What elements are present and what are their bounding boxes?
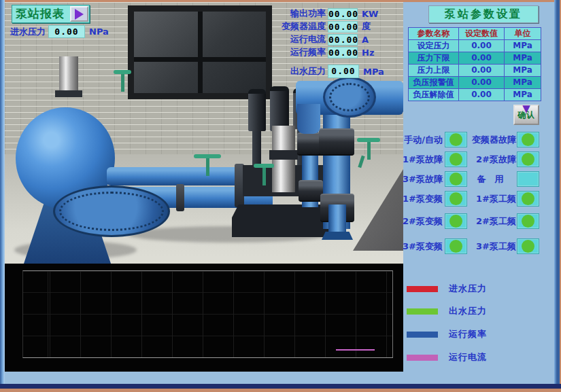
- lamp-icon: [522, 153, 534, 166]
- frame-left: [0, 0, 5, 392]
- confirm-button-label: 确认: [515, 111, 538, 119]
- indicator-pump2-mains: [517, 213, 539, 229]
- frame-bottom-edge: [0, 389, 561, 392]
- run-frequency-value: 00.00: [328, 47, 358, 58]
- param-unit: MPa: [505, 77, 541, 88]
- inlet-pressure-row: 进水压力 0.00 NPa: [10, 25, 109, 38]
- legend-color-current: [407, 355, 438, 361]
- lamp-icon: [522, 192, 534, 205]
- inlet-pressure-unit: NPa: [89, 26, 109, 37]
- valve-wall-stem: [121, 74, 124, 92]
- outlet-pressure-value: 0.00: [328, 65, 359, 78]
- param-setvalue-field[interactable]: 0.00: [459, 52, 505, 64]
- trend-chart: [5, 264, 403, 372]
- pipe-coupling-2: [299, 180, 323, 202]
- table-row: 压力上限 0.00 MPa: [409, 65, 541, 77]
- outlet-pressure-row: 出水压力 0.00 MPa: [274, 65, 384, 78]
- indicator-label-pump1-vfd: 1#泵变频: [391, 191, 443, 207]
- indicator-label-spare: 备 用: [464, 171, 516, 187]
- legend-label-frequency: 运行频率: [449, 328, 487, 340]
- param-name: 负压解除值: [409, 89, 459, 101]
- valve-3-stem: [367, 142, 371, 160]
- lamp-icon: [449, 133, 462, 146]
- param-unit: MPa: [505, 89, 541, 101]
- run-frequency-unit: Hz: [362, 48, 374, 58]
- indicator-label-pump1-mains: 1#泵工频: [464, 191, 516, 207]
- param-setvalue-field[interactable]: 0.00: [459, 65, 505, 76]
- pump-motor-1: [248, 89, 266, 131]
- window-mullion-horizontal: [134, 57, 266, 62]
- indicator-pump2-fault: [517, 152, 539, 167]
- indicator-label-pump1-fault: 1#泵故障: [391, 152, 443, 167]
- output-power-label: 输出功率: [274, 7, 326, 20]
- params-table-header: 参数名称 设定数值 单位: [409, 28, 541, 40]
- col-header-name: 参数名称: [409, 28, 459, 39]
- tank-top-collar: [55, 90, 82, 97]
- lamp-icon: [449, 240, 462, 253]
- window: [128, 5, 272, 99]
- legend-color-frequency: [407, 332, 438, 338]
- pump-chrome-band: [269, 150, 298, 160]
- vfd-temp-unit: 度: [362, 20, 371, 33]
- drop-pipe-foot: [322, 232, 353, 240]
- legend-run-current: 运行电流: [407, 351, 487, 363]
- indicator-label-pump2-fault: 2#泵故障: [464, 152, 516, 167]
- run-frequency-row: 运行频率 00.00 Hz: [274, 46, 374, 58]
- frame-right: [554, 0, 561, 392]
- drop-pipe: [328, 204, 346, 236]
- indicator-label-pump3-vfd: 3#泵变频: [391, 238, 443, 254]
- hmi-screen: 泵站报表 进水压力 0.00 NPa 输出功率 00.00 KW 变频器温度 0…: [0, 0, 561, 392]
- legend-run-frequency: 运行频率: [407, 328, 487, 340]
- header-flange-bolt-ring: [329, 83, 370, 111]
- param-name: 压力上限: [409, 65, 459, 76]
- vfd-temp-value: 00.00: [328, 21, 358, 33]
- report-nav-button[interactable]: [70, 6, 88, 22]
- legend-inlet-pressure: 进水压力: [407, 283, 487, 295]
- indicator-label-auto-manual: 手动/自动: [391, 132, 443, 147]
- param-unit: MPa: [505, 40, 541, 52]
- indicator-spare: [517, 171, 539, 187]
- valve-2-stem: [262, 168, 266, 185]
- param-name: 负压报警值: [409, 77, 459, 88]
- indicator-label-pump3-mains: 3#泵工频: [464, 238, 516, 254]
- confirm-button[interactable]: ▼ 确认: [513, 105, 539, 125]
- param-setvalue-field[interactable]: 0.00: [459, 89, 505, 101]
- valve-handle-wall: [114, 70, 131, 90]
- lamp-icon: [449, 173, 462, 185]
- run-current-label: 运行电流: [274, 33, 326, 46]
- table-row: 负压解除值 0.00 MPa: [409, 89, 541, 101]
- run-frequency-label: 运行频率: [274, 46, 326, 58]
- param-name: 压力下限: [409, 52, 459, 64]
- header-elbow: [297, 104, 320, 134]
- outlet-pressure-label: 出水压力: [274, 65, 326, 77]
- indicator-label-pump2-vfd: 2#泵变频: [391, 213, 443, 229]
- param-setvalue-field[interactable]: 0.00: [459, 77, 505, 88]
- col-header-setvalue: 设定数值: [459, 28, 505, 39]
- vfd-temp-row: 变频器温度 00.00 度: [274, 20, 371, 33]
- lamp-icon: [449, 153, 462, 166]
- legend-label-inlet: 进水压力: [449, 283, 487, 295]
- pipe-coupling-3: [319, 128, 354, 156]
- lamp-icon: [522, 133, 534, 146]
- legend-color-inlet: [407, 286, 438, 292]
- output-power-unit: KW: [362, 9, 378, 19]
- run-current-trace: [336, 349, 375, 351]
- lamp-icon: [449, 192, 462, 205]
- indicator-label-vfd-fault: 变频器故障: [464, 132, 516, 147]
- valve-handle-2: [254, 164, 274, 184]
- outlet-header-flange-cap: [323, 77, 376, 118]
- indicator-vfd-fault: [517, 132, 539, 147]
- lamp-icon: [522, 215, 534, 228]
- param-setvalue-field[interactable]: 0.00: [459, 40, 505, 52]
- lamp-icon: [522, 240, 534, 253]
- outlet-pressure-unit: MPa: [363, 67, 384, 77]
- inlet-pressure-label: 进水压力: [10, 26, 48, 38]
- param-unit: MPa: [505, 52, 541, 64]
- run-current-unit: A: [362, 35, 369, 45]
- pump-motor-2: [270, 86, 289, 131]
- legend-outlet-pressure: 出水压力: [407, 305, 487, 317]
- inlet-flange-bolt-ring: [59, 192, 164, 231]
- legend-label-current: 运行电流: [449, 351, 487, 363]
- window-mullion-vertical: [198, 12, 203, 93]
- valve-handle-1: [194, 154, 221, 179]
